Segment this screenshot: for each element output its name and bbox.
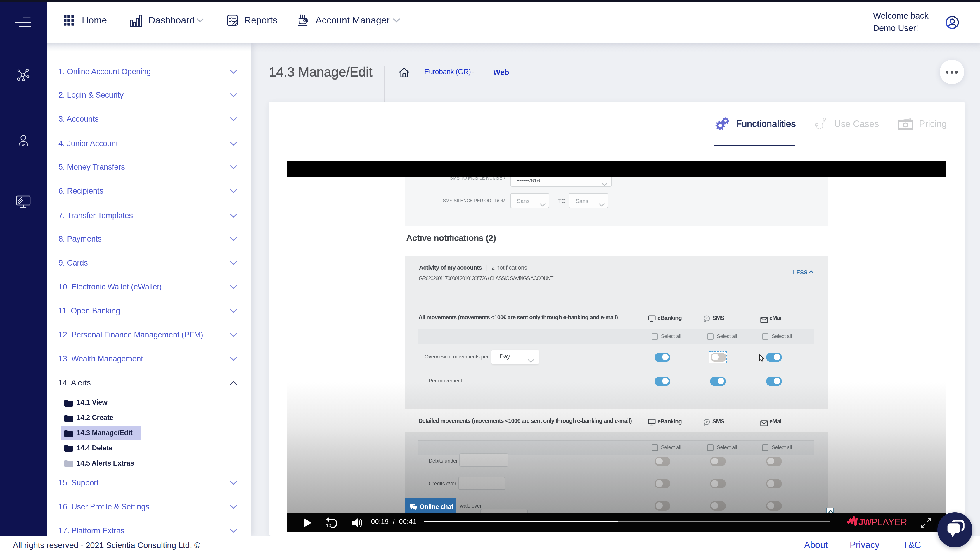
svg-text:10: 10 (326, 523, 331, 528)
